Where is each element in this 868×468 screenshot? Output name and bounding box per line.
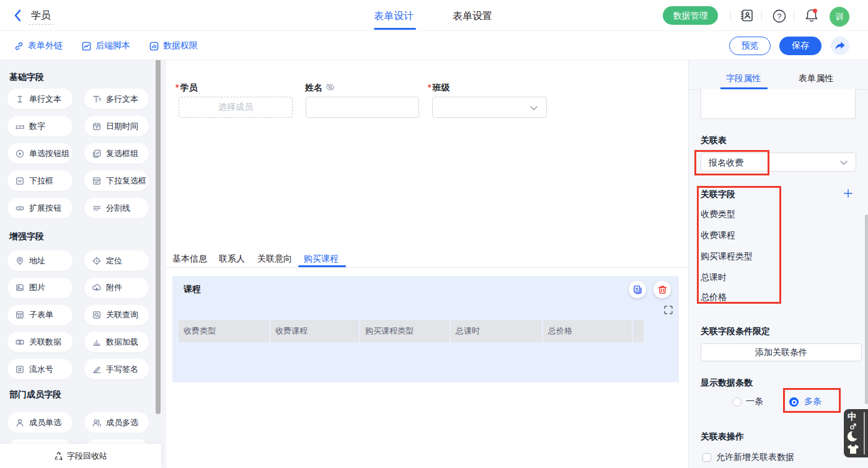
svg-text:?: ?: [777, 12, 782, 21]
svg-text:123: 123: [16, 124, 24, 130]
